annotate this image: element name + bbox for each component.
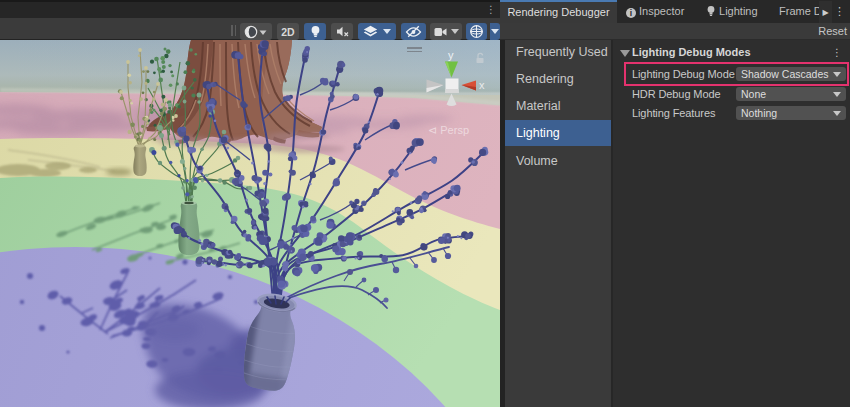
svg-text:x: x — [479, 79, 485, 91]
svg-text:y: y — [448, 49, 454, 61]
